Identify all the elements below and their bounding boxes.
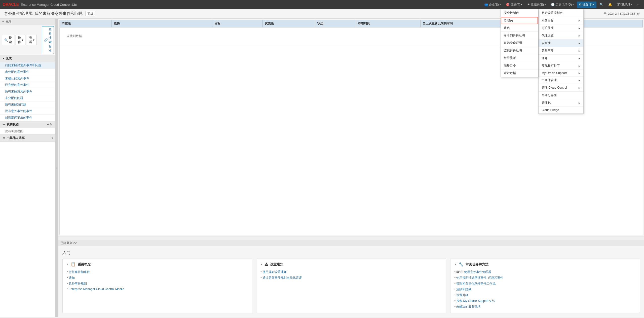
more-menu[interactable]: ··· bbox=[635, 2, 641, 7]
targets-icon: 🎯 bbox=[506, 3, 510, 6]
card1-link-3[interactable]: Enterprise Manager Cloud Control Mobile bbox=[69, 287, 124, 291]
search-button[interactable]: 🔍 bbox=[597, 2, 605, 7]
timestamp-area: 于: 2024-2-4 8:39:15 CST ↺ bbox=[604, 12, 640, 16]
settings-item-label: 安全性 bbox=[542, 41, 551, 45]
settings-item-cli[interactable]: 命令行界面 bbox=[539, 92, 583, 99]
collapse-handle[interactable] bbox=[55, 19, 58, 317]
card2-item-1: 通过意外事件规则自动化票证 bbox=[260, 275, 442, 281]
settings-item-label: 中间件管理 bbox=[542, 78, 557, 82]
info-icon[interactable]: ℹ bbox=[52, 136, 53, 140]
favorites-menu[interactable]: ★ 收藏夹(E) ▾ bbox=[525, 2, 548, 8]
card3-item-0: 概述: 使用意外事件管理器 bbox=[454, 269, 636, 275]
settings-item-arrow: ▶ bbox=[579, 65, 580, 67]
card3-link-3[interactable]: 清除和隐藏 bbox=[456, 288, 471, 291]
getting-started-section: 入门 ▼ 📋 重要概念 意外事件和事件 通知 意外事件规则 Enterprise… bbox=[58, 246, 644, 317]
card1-link-2[interactable]: 意外事件规则 bbox=[69, 282, 87, 285]
view-arrow: ▾ bbox=[33, 38, 34, 42]
sidebar-item-all-problems[interactable]: 所有未解决问题 bbox=[0, 101, 55, 108]
sidebar-section-shared[interactable]: ▼ 由其他人共享 ℹ bbox=[0, 134, 55, 142]
security-item-label: 审计数据 bbox=[504, 71, 516, 75]
settings-item-management-pack[interactable]: 管理包 ▶ bbox=[539, 99, 583, 107]
sidebar-item-unconfirmed[interactable]: 未确认的意外事件 bbox=[0, 75, 55, 82]
logo-area: ORACLE Enterprise Manager Cloud Control … bbox=[3, 2, 77, 7]
user-arrow: ▾ bbox=[631, 3, 632, 6]
enterprise-menu[interactable]: 👥 企业(E) ▾ bbox=[482, 2, 503, 8]
card3-link-1[interactable]: 使用视图过滤意外事件, 问题和事件 bbox=[456, 276, 503, 279]
settings-item-mos[interactable]: My Oracle Support ▶ bbox=[539, 70, 583, 77]
settings-item-extensibility[interactable]: 可扩展性 ▶ bbox=[539, 24, 583, 32]
view-search-standard-label: 查看搜索标准 bbox=[49, 27, 52, 53]
actions-button[interactable]: 操作 ▾ bbox=[16, 35, 25, 45]
sidebar-item-all-incidents[interactable]: 所有未解决意外事件 bbox=[0, 88, 55, 95]
col-status: 状态 bbox=[315, 20, 356, 27]
search-field[interactable]: 🔍 搜索 bbox=[2, 35, 14, 45]
security-item-audit-data[interactable]: 审计数据 bbox=[501, 69, 538, 77]
settings-item-notifications[interactable]: 通知 ▶ bbox=[539, 55, 583, 62]
view-button[interactable]: 查看 ▾ bbox=[27, 35, 37, 45]
sidebar-item-label: 未分配的问题 bbox=[5, 96, 23, 100]
card2-link-0[interactable]: 使用规则设置通知 bbox=[262, 270, 287, 274]
history-label: 历史记录(Q) bbox=[555, 3, 572, 7]
card2-list: 使用规则设置通知 通过意外事件规则自动化票证 bbox=[260, 269, 442, 281]
no-views-label: 没有可用视图 bbox=[0, 128, 55, 134]
sidebar-item-blackout-events[interactable]: 封锁期间记录的事件 bbox=[0, 115, 55, 121]
settings-item-agent-settings[interactable]: 代理设置 ▶ bbox=[539, 32, 583, 40]
refresh-icon[interactable]: ↺ bbox=[637, 12, 640, 16]
card2-link-1[interactable]: 通过意外事件规则自动化票证 bbox=[262, 276, 302, 279]
card3-link-5[interactable]: 搜索 My Oracle Support 知识 bbox=[456, 299, 495, 303]
security-item-roles[interactable]: 角色 bbox=[501, 24, 538, 32]
favorites-arrow: ▾ bbox=[545, 3, 546, 6]
card1-link-1[interactable]: 通知 bbox=[69, 276, 75, 279]
sidebar-item-no-incidents[interactable]: 没有意外事件的事件 bbox=[0, 108, 55, 115]
sidebar-item-my-incidents[interactable]: 我的未解决意外事件和问题 bbox=[0, 62, 55, 69]
settings-item-incidents[interactable]: 意外事件 ▶ bbox=[539, 47, 583, 55]
sidebar-item-escalated[interactable]: 已升级的意外事件 bbox=[0, 82, 55, 88]
settings-menu[interactable]: ⚙ 设置(S) ▾ bbox=[577, 2, 596, 8]
table-scrollbar[interactable] bbox=[58, 236, 644, 240]
card1-link-0[interactable]: 意外事件和事件 bbox=[69, 270, 90, 274]
security-item-monitoring-credentials[interactable]: 监视身份证明 bbox=[501, 47, 538, 54]
user-menu[interactable]: SYSMAN ▾ bbox=[615, 2, 634, 7]
security-item-admin[interactable]: 管理员 bbox=[501, 17, 538, 24]
sidebar-item-unassigned-problems[interactable]: 未分配的问题 bbox=[0, 95, 55, 101]
settings-item-label: My Oracle Support bbox=[542, 71, 567, 75]
card-tasks-header: ▼ 🔧 常见任务和方法 bbox=[454, 262, 636, 267]
history-menu[interactable]: 🕐 历史记录(Q) ▾ bbox=[549, 2, 576, 8]
settings-item-arrow: ▶ bbox=[579, 87, 580, 89]
settings-item-security[interactable]: 安全性 ▶ bbox=[539, 40, 583, 47]
settings-item-arrow: ▶ bbox=[579, 42, 580, 45]
security-item-console[interactable]: 安全控制台 bbox=[501, 9, 538, 17]
security-item-registration-password[interactable]: 注册口令 bbox=[501, 62, 538, 69]
edit-view-icon[interactable]: ✎ bbox=[50, 123, 53, 126]
settings-item-manage-cc[interactable]: 管理 Cloud Control ▶ bbox=[539, 84, 583, 92]
security-item-preferred-credentials[interactable]: 首选身份证明 bbox=[501, 39, 538, 47]
card3-link-2[interactable]: 管理和自动化意外事件工作流 bbox=[456, 282, 496, 285]
targets-menu[interactable]: 🎯 目标(T) ▾ bbox=[504, 2, 524, 8]
settings-item-initial-setup[interactable]: 初始设置控制台 bbox=[539, 9, 583, 17]
notifications-button[interactable]: 🔔 bbox=[606, 2, 614, 7]
security-submenu: 安全控制台 管理员 角色 命名的身份证明 首选身份证明 监视身份证明 权限委派 … bbox=[501, 9, 538, 77]
settings-icon: ⚙ bbox=[579, 3, 582, 6]
settings-item-arrow: ▶ bbox=[579, 72, 580, 74]
sidebar-item-unassigned-incidents[interactable]: 未分配的意外事件 bbox=[0, 69, 55, 75]
card3-link-6[interactable]: 未解决的服务请求 bbox=[456, 305, 480, 308]
card3-link-0[interactable]: 使用意外事件管理器 bbox=[464, 270, 491, 274]
security-item-named-credentials[interactable]: 命名的身份证明 bbox=[501, 32, 538, 39]
card3-link-4[interactable]: 设置升级 bbox=[456, 293, 468, 297]
section1-title: 现成 bbox=[6, 56, 12, 61]
search-field-icon: 🔍 bbox=[4, 38, 8, 42]
settings-item-middleware[interactable]: 中间件管理 ▶ bbox=[539, 77, 583, 84]
card3-list: 概述: 使用意外事件管理器 使用视图过滤意外事件, 问题和事件 管理和自动化意外… bbox=[454, 269, 636, 310]
sidebar: ▼ 视图 🔍 搜索 操作 ▾ 查看 ▾ 🔗 查看搜索标准 bbox=[0, 19, 55, 317]
col-severity: 严重性 bbox=[60, 20, 112, 27]
settings-item-provisioning[interactable]: 预配和打补丁 ▶ bbox=[539, 62, 583, 70]
settings-item-add-targets[interactable]: 添加目标 ▶ bbox=[539, 17, 583, 24]
card3-title: 常见任务和方法 bbox=[466, 262, 488, 267]
add-view-icon[interactable]: + bbox=[47, 123, 49, 126]
my-views-title[interactable]: ▼ 我的视图 bbox=[3, 122, 19, 127]
sidebar-section-built-in[interactable]: ▼ 现成 bbox=[0, 55, 55, 62]
view-search-standard-button[interactable]: 🔗 查看搜索标准 bbox=[42, 26, 54, 54]
security-item-privilege-delegation[interactable]: 权限委派 bbox=[501, 54, 538, 62]
settings-item-cloud-bridge[interactable]: Cloud Bridge bbox=[539, 107, 583, 114]
dashboard-badge[interactable]: 面板 bbox=[85, 11, 95, 16]
